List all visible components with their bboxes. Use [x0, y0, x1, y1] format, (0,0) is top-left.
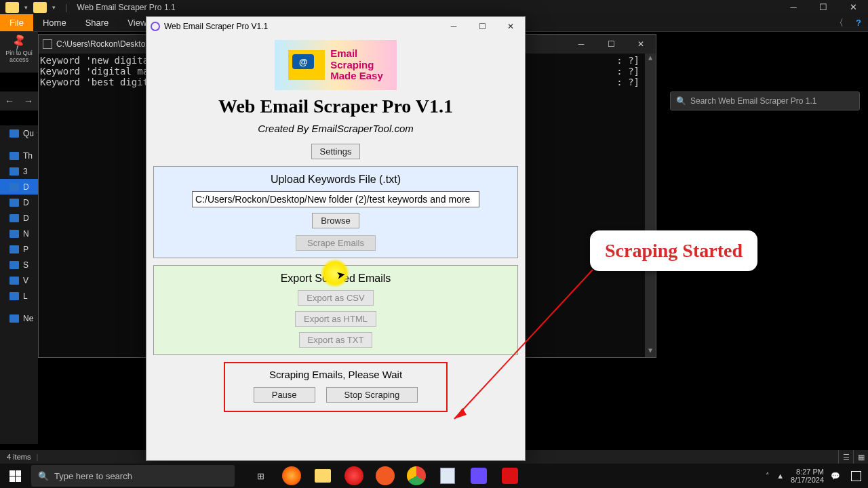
console-close-button[interactable]: ✕ [626, 35, 656, 54]
taskbar-app-firefox[interactable] [277, 464, 307, 488]
console-title: C:\Users\Rockon\Desktop [56, 39, 150, 49]
taskbar-app-brave[interactable] [370, 464, 400, 488]
pin-to-quick-access[interactable]: 📌 Pin to Qui access [0, 32, 38, 73]
sidebar-item[interactable]: 3 [0, 163, 38, 179]
ribbon-collapse-icon[interactable]: 〈 [829, 14, 849, 31]
app-icon [151, 22, 160, 31]
banner-text: Email Scraping Made Easy [330, 48, 383, 82]
start-button[interactable] [0, 464, 30, 488]
export-panel: Export Scraped Emails Export as CSV Expo… [153, 265, 518, 355]
browse-button[interactable]: Browse [312, 213, 359, 228]
app-window-title: Web Email Scraper Pro V1.1 [164, 22, 268, 31]
ribbon-tab-share[interactable]: Share [76, 14, 119, 31]
sidebar-item[interactable]: N [0, 226, 38, 241]
export-panel-title: Export Scraped Emails [161, 272, 511, 285]
nav-back-icon[interactable]: ← [5, 96, 14, 106]
stop-scraping-button[interactable]: Stop Scraping [326, 387, 418, 403]
network-icon [9, 314, 19, 323]
drive-icon [9, 199, 19, 207]
app-window: Web Email Scraper Pro V1.1 ─ ☐ ✕ @ Email… [146, 16, 526, 461]
pause-button[interactable]: Pause [254, 387, 315, 403]
star-icon [9, 129, 19, 138]
annotation-callout: Scraping Started [590, 230, 757, 271]
drive-icon [9, 245, 19, 253]
scroll-down-icon[interactable]: ▼ [645, 346, 656, 357]
console-minimize-button[interactable]: ─ [566, 35, 596, 54]
taskbar-app-recorder[interactable] [495, 464, 525, 488]
taskbar-app-explorer[interactable] [308, 464, 338, 488]
sidebar-item[interactable]: Ne [0, 310, 38, 326]
drive-icon [9, 152, 19, 160]
sidebar-item[interactable]: P [0, 241, 38, 257]
folder-icon [5, 2, 19, 13]
export-csv-button[interactable]: Export as CSV [298, 290, 373, 306]
view-details-icon[interactable]: ☰ [838, 450, 853, 464]
explorer-nav-buttons: ← → [0, 92, 38, 110]
explorer-maximize-button[interactable]: ☐ [808, 0, 838, 14]
console-line: : ?] [616, 66, 639, 77]
app-minimize-button[interactable]: ─ [439, 17, 468, 36]
system-tray: ˄ ▲ 8:27 PM 8/17/2024 💬 [766, 468, 868, 484]
sidebar-item[interactable]: L [0, 288, 38, 304]
scrape-emails-button[interactable]: Scrape Emails [296, 235, 376, 251]
app-titlebar[interactable]: Web Email Scraper Pro V1.1 ─ ☐ ✕ [146, 17, 525, 36]
console-icon [43, 39, 52, 49]
taskbar-search-placeholder: Type here to search [54, 471, 132, 481]
console-scrollbar[interactable]: ▲ ▼ [645, 54, 656, 357]
app-close-button[interactable]: ✕ [496, 17, 525, 36]
at-sign-icon: @ [292, 54, 314, 69]
taskbar-app-running[interactable] [464, 464, 494, 488]
qat-dropdown-icon[interactable]: ▾ [24, 4, 28, 11]
taskbar-app-chrome[interactable] [401, 464, 431, 488]
tray-notifications-icon[interactable]: 💬 [831, 472, 840, 481]
upload-panel: Upload Keywords File (.txt) Browse Scrap… [153, 166, 518, 258]
scraping-status-message: Scraping Emails, Please Wait [233, 369, 438, 380]
nav-forward-icon[interactable]: → [24, 96, 33, 106]
app-heading: Web Email Scraper Pro V1.1 [146, 96, 525, 117]
explorer-search-box[interactable]: 🔍 Search Web Email Scraper Pro 1.1 [670, 92, 860, 110]
sidebar-item[interactable]: Qu [0, 125, 38, 141]
ribbon-tab-home[interactable]: Home [33, 14, 76, 31]
drive-icon [9, 214, 19, 222]
taskbar-search-box[interactable]: 🔍 Type here to search [31, 465, 235, 487]
sidebar-item[interactable]: V [0, 272, 38, 288]
scroll-up-icon[interactable]: ▲ [645, 54, 656, 64]
sidebar-item[interactable]: Th [0, 148, 38, 163]
export-html-button[interactable]: Export as HTML [295, 311, 376, 327]
console-maximize-button[interactable]: ☐ [596, 35, 626, 54]
drive-icon [9, 167, 19, 176]
search-placeholder: Search Web Email Scraper Pro 1.1 [690, 96, 817, 106]
pin-label: access [0, 56, 38, 63]
drive-icon [9, 277, 19, 285]
tray-clock[interactable]: 8:27 PM 8/17/2024 [791, 468, 824, 484]
sidebar-item[interactable]: S [0, 257, 38, 272]
task-view-button[interactable]: ⊞ [245, 464, 275, 488]
tray-chevron-up-icon[interactable]: ˄ [766, 472, 770, 481]
show-desktop-button[interactable] [851, 471, 861, 481]
app-subtitle: Created By EmailScraperTool.com [146, 123, 525, 134]
ribbon-tab-file[interactable]: File [0, 14, 33, 31]
console-line: Keyword 'new digital [40, 55, 160, 66]
envelope-icon: @ [288, 50, 325, 80]
export-txt-button[interactable]: Export as TXT [299, 332, 373, 348]
ribbon-help-icon[interactable]: ? [849, 14, 868, 31]
taskbar-app-opera[interactable] [339, 464, 369, 488]
drive-icon [9, 292, 19, 300]
tray-network-icon[interactable]: ▲ [776, 472, 784, 480]
taskbar-app-notepad[interactable] [433, 464, 462, 488]
search-icon: 🔍 [38, 471, 49, 481]
sidebar-item[interactable]: D [0, 179, 38, 195]
scraping-status-panel: Scraping Emails, Please Wait Pause Stop … [224, 362, 448, 412]
app-maximize-button[interactable]: ☐ [468, 17, 496, 36]
explorer-sidebar: Qu Th 3 D D D N P S V L Ne [0, 125, 38, 444]
sidebar-item[interactable]: D [0, 195, 38, 210]
taskbar: 🔍 Type here to search ⊞ ˄ ▲ 8:27 PM 8/17… [0, 464, 868, 488]
settings-button[interactable]: Settings [311, 144, 361, 159]
console-line: Keyword 'best digital [40, 77, 160, 87]
qat-dropdown-icon[interactable]: ▾ [52, 4, 56, 11]
view-tiles-icon[interactable]: ▦ [853, 450, 868, 464]
explorer-minimize-button[interactable]: ─ [778, 0, 808, 14]
sidebar-item[interactable]: D [0, 210, 38, 226]
explorer-close-button[interactable]: ✕ [838, 0, 868, 14]
keywords-path-input[interactable] [192, 191, 479, 207]
